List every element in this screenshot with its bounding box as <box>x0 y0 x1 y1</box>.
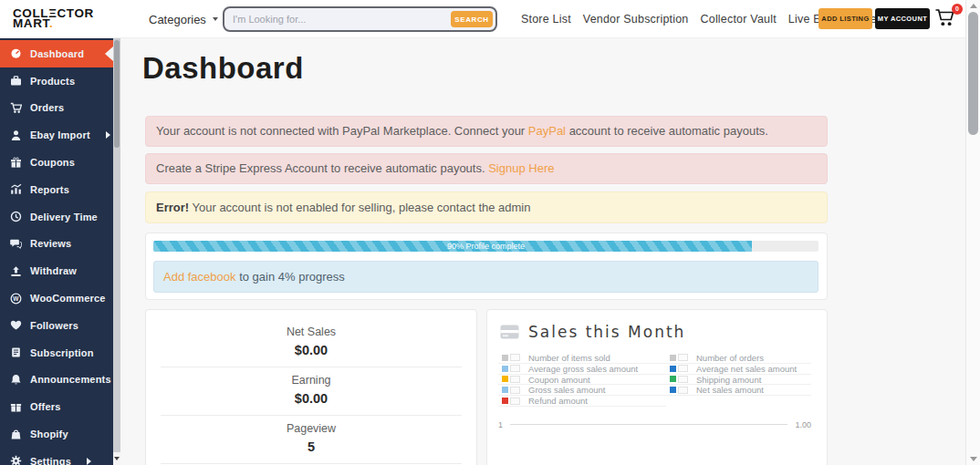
categories-dropdown[interactable]: Categories <box>149 0 218 38</box>
legend-checkbox <box>510 387 520 394</box>
paypal-link[interactable]: PayPal <box>528 124 566 138</box>
legend-swatch <box>502 355 508 361</box>
logo[interactable]: COLLΞCTOR MART. <box>13 8 94 28</box>
search-input[interactable] <box>233 10 401 28</box>
sales-card-title: Sales this Month <box>528 323 685 341</box>
page-scrollbar[interactable] <box>965 0 980 465</box>
stat-net-sales: Net Sales $0.00 <box>146 319 476 367</box>
sidebar-item-reports[interactable]: Reports <box>0 176 113 203</box>
bell-icon <box>10 374 22 386</box>
legend-swatch <box>670 376 676 382</box>
sidebar-item-woocommerce[interactable]: W WooCommerce <box>0 284 113 312</box>
sales-card-header: Sales this Month <box>500 323 811 341</box>
credit-card-icon <box>500 325 519 339</box>
legend-item[interactable]: Gross sales amount <box>498 385 666 396</box>
svg-text:W: W <box>13 294 19 301</box>
sidebar-item-delivery-time[interactable]: Delivery Time <box>0 203 113 231</box>
nav-collector-vault[interactable]: Collector Vault <box>701 13 777 26</box>
my-account-button[interactable]: MY ACCOUNT <box>875 8 930 29</box>
subscription-card-icon <box>10 346 22 358</box>
legend-swatch <box>670 355 676 361</box>
add-listing-button[interactable]: ADD LISTING <box>818 8 872 29</box>
axis-min: 1 <box>498 420 503 429</box>
chevron-right-icon <box>106 131 110 139</box>
error-alert: Error! Your account is not enabled for s… <box>145 191 828 223</box>
legend-swatch <box>670 366 676 372</box>
sidebar-item-dashboard[interactable]: Dashboard <box>0 40 113 67</box>
sidebar-item-withdraw[interactable]: Withdraw <box>0 257 113 284</box>
signup-here-link[interactable]: Signup Here <box>488 161 554 175</box>
axis-line <box>510 424 787 425</box>
legend-checkbox <box>510 376 520 383</box>
gift-icon <box>10 157 22 169</box>
sidebar-item-ebay-import[interactable]: Ebay Import <box>0 121 113 149</box>
sidebar-scroll-down-button[interactable] <box>113 452 120 465</box>
sidebar-item-shopify[interactable]: Shopify <box>0 420 113 448</box>
nav-store-list[interactable]: Store List <box>521 13 571 26</box>
profile-progress-card: 90% Profile complete Add facebook to gai… <box>145 232 828 300</box>
legend-column-right: Number of orders Average net sales amoun… <box>666 353 811 407</box>
search-button[interactable]: SEARCH <box>451 11 493 27</box>
legend-checkbox <box>510 398 520 405</box>
legend-item[interactable]: Number of orders <box>666 353 811 364</box>
stripe-alert: Create a Stripe Express Account to recei… <box>145 153 828 184</box>
page-title: Dashboard <box>142 51 304 86</box>
legend-item[interactable]: Average net sales amount <box>666 364 811 375</box>
comments-icon <box>10 238 22 250</box>
woocommerce-icon: W <box>10 293 22 305</box>
progress-bar: 90% Profile complete <box>153 241 818 252</box>
offers-gift-icon <box>10 401 22 413</box>
legend-item[interactable]: Shipping amount <box>666 375 811 386</box>
legend-item[interactable]: Refund amount <box>498 396 666 407</box>
legend-checkbox <box>678 387 688 394</box>
add-facebook-link[interactable]: Add facebook <box>163 270 236 284</box>
chart-legend: Number of items sold Average gross sales… <box>498 353 811 407</box>
stat-pageview: Pageview 5 <box>146 416 476 463</box>
nav-vendor-subscription[interactable]: Vendor Subscription <box>583 13 689 26</box>
stats-card: Net Sales $0.00 Earning $0.00 Pageview 5… <box>145 309 477 465</box>
sidebar-item-settings[interactable]: Settings <box>0 448 113 465</box>
cart-button[interactable]: 0 <box>934 8 958 31</box>
page: COLLΞCTOR MART. Categories SEARCH Store … <box>0 0 980 465</box>
sidebar-item-announcements[interactable]: Announcements <box>0 367 113 394</box>
sidebar-item-products[interactable]: Products <box>0 67 113 95</box>
sidebar-item-subscription[interactable]: Subscription <box>0 339 113 367</box>
briefcase-icon <box>10 75 22 87</box>
legend-checkbox <box>678 376 688 383</box>
chevron-down-icon <box>213 17 218 21</box>
legend-item[interactable]: Number of items sold <box>498 353 666 364</box>
main-content: Dashboard Your account is not connected … <box>120 38 965 465</box>
sidebar-scrollbar-thumb[interactable] <box>114 40 120 148</box>
legend-item[interactable]: Net sales amount <box>666 385 811 396</box>
scroll-up-arrow-icon[interactable] <box>970 4 977 8</box>
sidebar-scrollbar[interactable] <box>113 38 120 465</box>
legend-item[interactable]: Coupon amount <box>498 375 666 386</box>
categories-label: Categories <box>149 13 206 26</box>
legend-swatch <box>502 376 508 382</box>
legend-column-left: Number of items sold Average gross sales… <box>498 353 666 407</box>
clock-icon <box>10 211 22 222</box>
page-scrollbar-thumb[interactable] <box>968 12 978 135</box>
top-header: COLLΞCTOR MART. Categories SEARCH Store … <box>0 0 965 38</box>
sidebar-item-followers[interactable]: Followers <box>0 312 113 339</box>
cart-icon <box>10 102 22 114</box>
stat-earning: Earning $0.00 <box>146 367 476 415</box>
heart-icon <box>10 319 22 331</box>
facebook-info-alert: Add facebook to gain 4% progress <box>153 261 818 293</box>
sidebar-item-offers[interactable]: Offers <box>0 393 113 420</box>
gauge-icon <box>10 47 22 59</box>
sidebar-item-orders[interactable]: Orders <box>0 95 113 122</box>
legend-item[interactable]: Average gross sales amount <box>498 364 666 375</box>
sidebar-item-coupons[interactable]: Coupons <box>0 149 113 176</box>
sidebar: Dashboard Products Orders Ebay Import Co… <box>0 38 113 465</box>
cart-count-badge: 0 <box>952 4 963 15</box>
scroll-down-arrow-icon[interactable] <box>970 457 977 461</box>
legend-swatch <box>502 387 508 393</box>
shopping-bag-icon <box>10 429 22 440</box>
legend-swatch <box>502 398 508 404</box>
search-bar: SEARCH <box>223 6 497 32</box>
legend-swatch <box>670 387 676 393</box>
sidebar-item-reviews[interactable]: Reviews <box>0 231 113 258</box>
upload-icon <box>10 265 22 277</box>
chart-axis-slider: 1 1.00 <box>498 420 811 429</box>
